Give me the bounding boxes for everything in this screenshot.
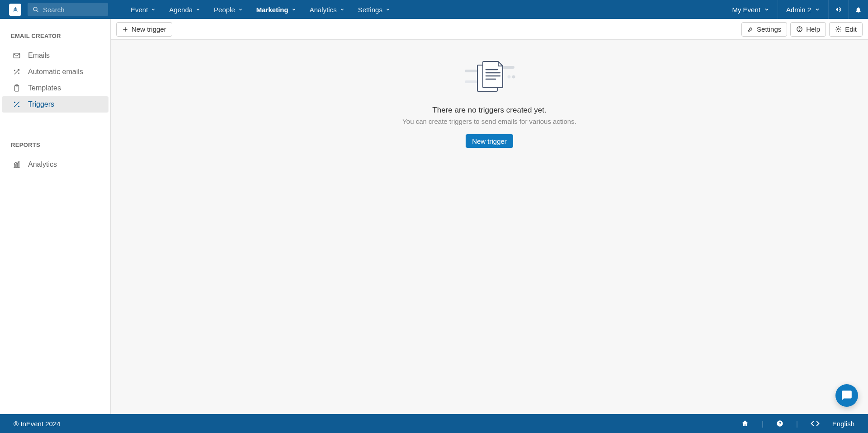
- nav-marketing[interactable]: Marketing: [256, 6, 296, 14]
- nav-settings-label: Settings: [358, 6, 382, 14]
- nav-marketing-label: Marketing: [256, 6, 288, 14]
- top-nav: Event Agenda People Marketing Analytics …: [131, 6, 390, 14]
- svg-point-0: [33, 7, 37, 11]
- nav-people[interactable]: People: [214, 6, 243, 14]
- wrench-icon: [747, 26, 754, 33]
- sidebar-item-automatic-emails[interactable]: Automatic emails: [2, 64, 108, 80]
- nav-settings[interactable]: Settings: [358, 6, 390, 14]
- svg-rect-10: [14, 165, 15, 167]
- empty-subtitle: You can create triggers to send emails f…: [402, 118, 576, 125]
- svg-rect-11: [16, 163, 17, 167]
- chat-icon: [841, 390, 853, 401]
- toolbar: New trigger Settings Help Edit: [111, 19, 868, 40]
- sidebar: EMAIL CREATOR Emails Automatic emails Te…: [0, 19, 111, 414]
- chevron-down-icon: [196, 7, 200, 12]
- notifications-button[interactable]: [848, 0, 868, 19]
- footer: ® InEvent 2024 | | English: [0, 414, 868, 433]
- main-area: New trigger Settings Help Edit: [111, 19, 868, 414]
- footer-language[interactable]: English: [832, 420, 854, 428]
- gear-icon: [835, 26, 842, 33]
- sidebar-item-triggers[interactable]: Triggers: [2, 96, 108, 113]
- nav-analytics[interactable]: Analytics: [310, 6, 344, 14]
- footer-code[interactable]: [811, 419, 820, 428]
- chevron-down-icon: [151, 7, 156, 12]
- envelope-icon: [13, 52, 21, 60]
- chevron-down-icon: [292, 7, 296, 12]
- home-icon: [741, 419, 749, 428]
- button-label: Edit: [845, 25, 857, 33]
- search-icon: [32, 6, 39, 13]
- wand-sparkle-icon: [13, 68, 21, 76]
- svg-point-17: [838, 28, 840, 30]
- nav-event-label: Event: [131, 6, 148, 14]
- chevron-down-icon: [764, 7, 769, 12]
- nav-analytics-label: Analytics: [310, 6, 337, 14]
- user-menu[interactable]: Admin 2: [778, 0, 828, 19]
- brand-logo[interactable]: [9, 4, 21, 16]
- event-selector[interactable]: My Event: [724, 0, 778, 19]
- event-selector-label: My Event: [732, 6, 760, 14]
- svg-point-21: [512, 75, 515, 79]
- footer-help[interactable]: [776, 420, 783, 427]
- plus-icon: [122, 26, 128, 33]
- button-label: Help: [806, 25, 820, 33]
- search-input[interactable]: [43, 6, 104, 14]
- footer-copyright: ® InEvent 2024: [14, 420, 61, 428]
- nav-agenda-label: Agenda: [169, 6, 193, 14]
- footer-home[interactable]: [741, 419, 749, 428]
- question-icon: [776, 420, 783, 427]
- bell-icon: [855, 6, 862, 13]
- svg-point-22: [507, 75, 510, 79]
- chevron-down-icon: [386, 7, 390, 12]
- svg-rect-19: [465, 80, 477, 83]
- chat-widget[interactable]: [835, 384, 858, 407]
- clipboard-icon: [13, 84, 21, 92]
- sidebar-section-reports: REPORTS: [0, 139, 110, 156]
- code-icon: [811, 419, 820, 428]
- sidebar-item-emails[interactable]: Emails: [2, 47, 108, 64]
- top-nav-right: My Event Admin 2: [724, 0, 868, 19]
- sidebar-item-label: Analytics: [28, 160, 57, 169]
- topbar: Event Agenda People Marketing Analytics …: [0, 0, 868, 19]
- svg-point-16: [799, 30, 800, 31]
- content-area: There are no triggers created yet. You c…: [111, 40, 868, 414]
- chevron-down-icon: [238, 7, 243, 12]
- sidebar-item-label: Automatic emails: [28, 68, 83, 76]
- empty-documents-icon: [460, 57, 519, 98]
- nav-event[interactable]: Event: [131, 6, 156, 14]
- sidebar-item-templates[interactable]: Templates: [2, 80, 108, 96]
- svg-point-4: [19, 73, 19, 74]
- svg-point-8: [19, 106, 19, 107]
- chart-icon: [13, 160, 21, 169]
- chevron-down-icon: [340, 7, 344, 12]
- settings-button[interactable]: Settings: [741, 22, 787, 37]
- user-menu-label: Admin 2: [786, 6, 811, 14]
- help-button[interactable]: Help: [790, 22, 826, 37]
- new-trigger-button[interactable]: New trigger: [116, 22, 172, 37]
- search-box[interactable]: [28, 3, 108, 16]
- sidebar-item-label: Emails: [28, 52, 50, 60]
- nav-people-label: People: [214, 6, 235, 14]
- nav-agenda[interactable]: Agenda: [169, 6, 200, 14]
- bullhorn-icon: [835, 6, 842, 13]
- svg-point-3: [14, 70, 15, 71]
- button-label: New trigger: [132, 25, 166, 33]
- sidebar-section-email-creator: EMAIL CREATOR: [0, 30, 110, 47]
- button-label: Settings: [757, 25, 781, 33]
- sidebar-item-label: Triggers: [28, 100, 54, 108]
- sidebar-item-label: Templates: [28, 84, 61, 92]
- empty-title: There are no triggers created yet.: [432, 106, 546, 115]
- new-trigger-cta[interactable]: New trigger: [466, 134, 513, 148]
- chevron-down-icon: [815, 7, 820, 12]
- svg-point-7: [14, 102, 15, 103]
- svg-line-1: [37, 10, 38, 12]
- sidebar-item-analytics[interactable]: Analytics: [2, 156, 108, 173]
- announcement-button[interactable]: [828, 0, 848, 19]
- magic-wand-icon: [13, 100, 21, 108]
- edit-button[interactable]: Edit: [829, 22, 863, 37]
- question-circle-icon: [796, 26, 803, 33]
